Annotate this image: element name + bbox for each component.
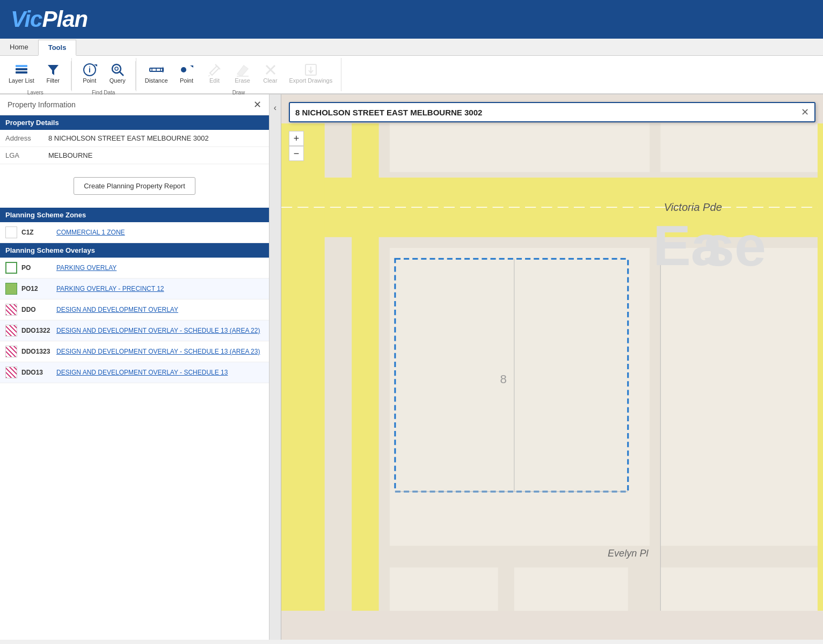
edit-label: Edit bbox=[209, 77, 220, 84]
planning-overlays-header: Planning Scheme Overlays bbox=[0, 243, 269, 258]
lga-row: LGA MELBOURNE bbox=[0, 147, 269, 164]
svg-text:8: 8 bbox=[500, 372, 507, 386]
ddo1323-code: DDO1323 bbox=[21, 348, 56, 355]
svg-line-9 bbox=[120, 72, 123, 76]
toolbar-edit[interactable]: Edit bbox=[201, 60, 228, 86]
clear-label: Clear bbox=[263, 77, 277, 84]
map-search-clear-button[interactable]: ✕ bbox=[801, 106, 809, 118]
zoom-in-button[interactable]: + bbox=[289, 131, 304, 146]
po-code: PO bbox=[21, 264, 56, 272]
po-link[interactable]: PARKING OVERLAY bbox=[56, 264, 116, 272]
toolbar-query[interactable]: Query bbox=[104, 60, 131, 86]
planning-zones-header: Planning Scheme Zones bbox=[0, 208, 269, 222]
export-drawings-label: Export Drawings bbox=[289, 77, 333, 84]
po-icon bbox=[5, 262, 17, 274]
ddo-code: DDO bbox=[21, 306, 56, 313]
svg-rect-39 bbox=[390, 567, 498, 611]
toolbar-distance[interactable]: Distance bbox=[141, 60, 172, 86]
map-zoom-controls: + − bbox=[289, 131, 304, 161]
svg-marker-16 bbox=[190, 65, 193, 68]
layer-list-label: Layer List bbox=[9, 77, 34, 84]
po12-code: PO12 bbox=[21, 285, 56, 292]
map-search-bar: ✕ bbox=[289, 102, 815, 122]
svg-rect-43 bbox=[818, 123, 823, 611]
toolbar-group-find-data: i Point Query bbox=[72, 58, 136, 91]
c1z-icon bbox=[5, 226, 17, 238]
main-content: Property Information ✕ Property Details … bbox=[0, 94, 823, 640]
svg-text:Evelyn Pl: Evelyn Pl bbox=[608, 548, 649, 559]
layers-icon bbox=[14, 62, 29, 77]
svg-rect-0 bbox=[16, 71, 27, 74]
create-report-button[interactable]: Create Planning Property Report bbox=[74, 177, 195, 195]
overlay-row-po: PO PARKING OVERLAY bbox=[0, 258, 269, 279]
toolbar-erase[interactable]: Erase bbox=[229, 60, 256, 86]
svg-rect-40 bbox=[514, 567, 628, 611]
svg-marker-14 bbox=[163, 67, 164, 73]
svg-point-8 bbox=[115, 67, 118, 70]
toolbar-clear[interactable]: Clear bbox=[257, 60, 284, 86]
distance-label: Distance bbox=[145, 77, 168, 84]
overlay-row-po12: PO12 PARKING OVERLAY - PRECINCT 12 bbox=[0, 279, 269, 299]
svg-point-15 bbox=[181, 67, 186, 72]
svg-rect-31 bbox=[660, 123, 823, 172]
sidebar-collapse-button[interactable]: ‹ bbox=[270, 94, 281, 640]
map-svg: 8 Victoria Pde Evelyn Pl Ea se bbox=[281, 94, 823, 640]
property-details-header: Property Details bbox=[0, 115, 269, 130]
export-drawings-icon bbox=[303, 62, 318, 77]
info-point-icon: i bbox=[82, 62, 97, 77]
c1z-link[interactable]: COMMERCIAL 1 ZONE bbox=[56, 229, 125, 236]
report-button-container: Create Planning Property Report bbox=[0, 164, 269, 208]
filter-label: Filter bbox=[46, 77, 59, 84]
svg-rect-41 bbox=[660, 567, 823, 611]
sidebar: Property Information ✕ Property Details … bbox=[0, 94, 270, 640]
svg-rect-30 bbox=[390, 123, 650, 172]
c1z-code: C1Z bbox=[21, 229, 56, 236]
map-search-input[interactable] bbox=[295, 108, 801, 117]
toolbar-layer-list[interactable]: Layer List bbox=[4, 60, 39, 86]
ddo1322-link[interactable]: DESIGN AND DEVELOPMENT OVERLAY - SCHEDUL… bbox=[56, 327, 260, 334]
toolbar-export-drawings[interactable]: Export Drawings bbox=[285, 60, 337, 86]
draw-point-icon bbox=[179, 62, 194, 77]
address-row: Address 8 NICHOLSON STREET EAST MELBOURN… bbox=[0, 130, 269, 147]
toolbar-filter[interactable]: Filter bbox=[40, 60, 67, 86]
draw-point-label: Point bbox=[180, 77, 193, 84]
svg-text:i: i bbox=[89, 65, 91, 74]
ddo-link[interactable]: DESIGN AND DEVELOPMENT OVERLAY bbox=[56, 306, 178, 313]
logo-italic: VicPlan bbox=[11, 6, 88, 32]
point-info-label: Point bbox=[83, 77, 96, 84]
toolbar-point-info[interactable]: i Point bbox=[76, 60, 103, 86]
tab-home[interactable]: Home bbox=[0, 40, 38, 55]
query-label: Query bbox=[110, 77, 126, 84]
ddo1322-icon bbox=[5, 325, 17, 336]
po12-link[interactable]: PARKING OVERLAY - PRECINCT 12 bbox=[56, 285, 164, 292]
zone-row-c1z: C1Z COMMERCIAL 1 ZONE bbox=[0, 222, 269, 243]
toolbar-draw-point[interactable]: Point bbox=[173, 60, 200, 86]
ddo13-link[interactable]: DESIGN AND DEVELOPMENT OVERLAY - SCHEDUL… bbox=[56, 369, 228, 376]
svg-rect-33 bbox=[395, 259, 628, 492]
overlay-row-ddo1323: DDO1323 DESIGN AND DEVELOPMENT OVERLAY -… bbox=[0, 341, 269, 362]
svg-text:se: se bbox=[703, 214, 766, 277]
overlay-row-ddo13: DDO13 DESIGN AND DEVELOPMENT OVERLAY - S… bbox=[0, 362, 269, 383]
filter-icon bbox=[46, 62, 61, 77]
svg-marker-3 bbox=[48, 65, 59, 75]
ddo1323-link[interactable]: DESIGN AND DEVELOPMENT OVERLAY - SCHEDUL… bbox=[56, 348, 260, 355]
edit-icon bbox=[207, 62, 222, 77]
address-value: 8 NICHOLSON STREET EAST MELBOURNE 3002 bbox=[48, 134, 209, 142]
ddo13-icon bbox=[5, 367, 17, 378]
svg-rect-26 bbox=[281, 123, 325, 611]
sidebar-title: Property Information bbox=[8, 100, 76, 109]
ddo1322-code: DDO1322 bbox=[21, 327, 56, 334]
zoom-out-button[interactable]: − bbox=[289, 146, 304, 161]
lga-value: MELBOURNE bbox=[48, 151, 92, 159]
sidebar-close-button[interactable]: ✕ bbox=[253, 99, 261, 111]
overlay-row-ddo1322: DDO1322 DESIGN AND DEVELOPMENT OVERLAY -… bbox=[0, 320, 269, 341]
address-label: Address bbox=[5, 134, 48, 142]
tab-tools[interactable]: Tools bbox=[38, 40, 77, 56]
erase-icon bbox=[235, 62, 250, 77]
clear-icon bbox=[263, 62, 278, 77]
toolbar-group-draw: Distance Point bbox=[136, 58, 342, 91]
svg-rect-27 bbox=[352, 123, 378, 611]
lga-label: LGA bbox=[5, 151, 48, 159]
sidebar-header: Property Information ✕ bbox=[0, 94, 269, 115]
toolbar-group-layers: Layer List Filter Layers bbox=[0, 58, 72, 91]
